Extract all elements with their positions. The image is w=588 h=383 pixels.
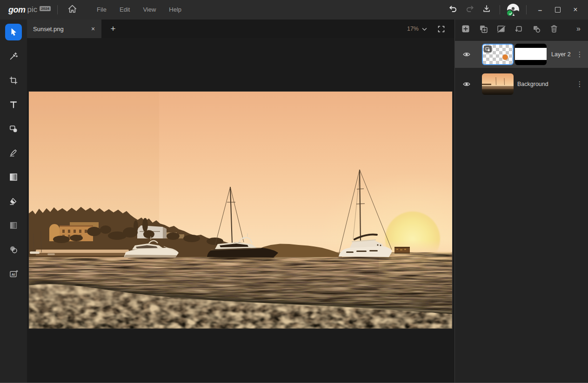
undo-button[interactable]	[445, 3, 461, 17]
app-window: gom pic 2024 File Edit View Help	[0, 0, 588, 383]
tab-strip: Sunset.png × + 17%	[27, 20, 454, 38]
background-menu-button[interactable]: ⋮	[576, 80, 583, 88]
ai-icon: AI	[9, 269, 19, 279]
cursor-icon	[9, 27, 18, 37]
tone-gradient-icon	[9, 221, 18, 230]
shape-layer-badge-icon	[484, 46, 492, 53]
logo-version-badge: 2024	[40, 6, 51, 11]
duplicate-layer-button[interactable]	[476, 22, 490, 35]
divider	[500, 5, 500, 14]
svg-text:AI: AI	[11, 272, 15, 276]
gradient-icon	[9, 172, 18, 182]
trash-icon	[549, 24, 559, 33]
group-layers-button[interactable]	[529, 22, 543, 35]
account-button[interactable]	[505, 3, 521, 17]
eraser-icon	[9, 197, 18, 206]
layer-row-layer2[interactable]: Layer 2 ⋮	[455, 41, 588, 68]
avatar-overlay	[514, 10, 520, 16]
hide-layer-button[interactable]	[494, 22, 508, 35]
divider	[57, 5, 58, 14]
background-thumbnail[interactable]	[482, 73, 514, 95]
tab-title: Sunset.png	[33, 26, 88, 33]
tools-sidebar: AI	[0, 20, 27, 383]
eye-icon	[462, 81, 471, 87]
app-logo: gom pic 2024	[8, 5, 51, 15]
tool-ai-generate[interactable]: AI	[5, 265, 22, 282]
magic-wand-icon	[9, 52, 18, 61]
window-close-button[interactable]: ×	[567, 3, 584, 17]
titlebar: gom pic 2024 File Edit View Help	[0, 0, 588, 20]
window-maximize-button[interactable]	[549, 3, 567, 17]
tool-text[interactable]	[5, 96, 22, 113]
barge	[394, 247, 410, 254]
background-visibility-toggle[interactable]	[461, 81, 472, 87]
zoom-level: 17%	[407, 26, 419, 32]
layer-row-background[interactable]: Background ⋮	[455, 71, 588, 98]
duplicate-layer-icon	[479, 24, 488, 34]
tool-select[interactable]	[5, 24, 22, 40]
tool-tone[interactable]	[5, 217, 22, 234]
layer2-visibility-toggle[interactable]	[461, 51, 472, 58]
download-icon	[482, 4, 491, 15]
logo-gom: gom	[8, 5, 26, 15]
menubar: File Edit View Help	[90, 0, 188, 20]
logo-pic: pic	[27, 5, 38, 14]
collapse-panel-button[interactable]: »	[576, 25, 586, 33]
blend-circles-icon	[9, 245, 18, 254]
shape-icon	[9, 124, 18, 133]
mask-white-band	[515, 48, 547, 60]
tool-gradient[interactable]	[5, 169, 22, 185]
add-layer-icon	[461, 24, 470, 33]
export-button[interactable]	[478, 3, 495, 17]
verified-badge-icon	[506, 9, 514, 17]
tool-eraser[interactable]	[5, 193, 22, 210]
tool-crop[interactable]	[5, 72, 22, 89]
chevron-down-icon	[422, 25, 427, 33]
text-icon	[9, 100, 18, 109]
tab-close-button[interactable]: ×	[88, 25, 98, 33]
canvas-image[interactable]	[29, 92, 452, 329]
redo-button[interactable]	[461, 3, 478, 17]
titlebar-actions: – ×	[445, 3, 588, 17]
crop-icon	[9, 76, 18, 85]
transform-layer-button[interactable]	[512, 22, 526, 35]
menu-view[interactable]: View	[136, 0, 162, 20]
canvas-workspace[interactable]	[27, 38, 454, 383]
layer-name: Background	[517, 81, 548, 87]
tool-ai-wand[interactable]	[5, 48, 22, 65]
fullscreen-icon	[437, 25, 445, 33]
divider	[526, 5, 527, 14]
rotate-frame-icon	[514, 24, 524, 34]
menu-file[interactable]: File	[90, 0, 113, 20]
tool-brush[interactable]	[5, 145, 22, 161]
sun-shape-preview	[502, 54, 508, 60]
layers-panel: » Layer 2	[454, 20, 588, 383]
maximize-icon	[555, 7, 561, 13]
sand-beach	[36, 250, 129, 253]
user-avatar	[507, 4, 519, 16]
add-layer-button[interactable]	[459, 22, 473, 35]
redo-icon	[465, 4, 474, 15]
delete-layer-button[interactable]	[547, 22, 561, 35]
layer-visibility-slash-icon	[496, 24, 506, 33]
layer-name: Layer 2	[551, 51, 571, 58]
layer2-thumbnail[interactable]	[482, 44, 514, 65]
tab-sunset[interactable]: Sunset.png ×	[27, 20, 101, 38]
new-tab-button[interactable]: +	[108, 24, 118, 34]
fit-screen-button[interactable]	[437, 25, 445, 33]
window-minimize-button[interactable]: –	[531, 3, 549, 17]
home-button[interactable]	[64, 3, 80, 17]
zoom-control[interactable]: 17%	[407, 25, 445, 33]
home-icon	[67, 4, 77, 15]
group-shapes-icon	[532, 24, 541, 34]
menu-help[interactable]: Help	[162, 0, 188, 20]
layer2-mask-thumbnail[interactable]	[515, 44, 547, 65]
tool-blend[interactable]	[5, 241, 22, 258]
layers-toolbar: »	[455, 20, 588, 38]
menu-edit[interactable]: Edit	[113, 0, 136, 20]
brush-icon	[9, 148, 18, 158]
eye-icon	[462, 51, 471, 58]
layer2-menu-button[interactable]: ⋮	[576, 50, 583, 59]
tool-shape[interactable]	[5, 120, 22, 137]
undo-icon	[448, 4, 458, 15]
